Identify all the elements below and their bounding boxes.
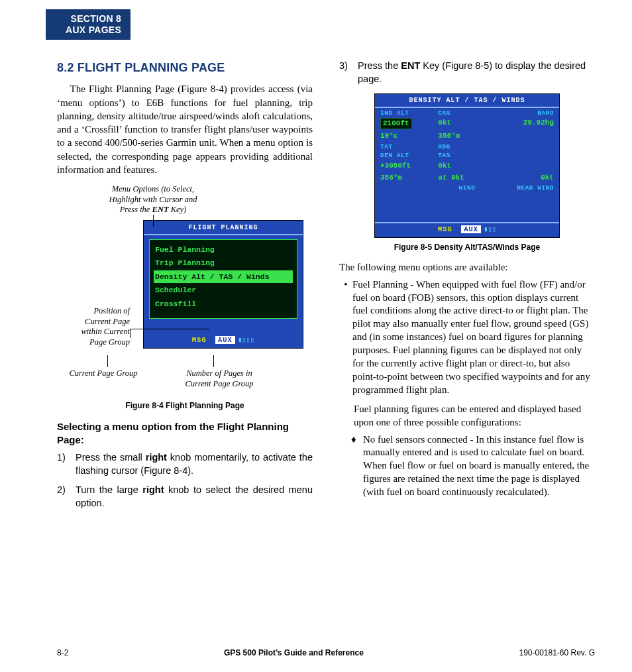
para-following-options: The following menu options are available…: [339, 260, 595, 274]
right-column: 3) Press the ENT Key (Figure 8-5) to dis…: [339, 60, 595, 636]
section-tab: SECTION 8 AUX PAGES: [46, 9, 131, 40]
lead-line: [107, 355, 108, 367]
fig84-statusbar: MSG AUX▮▯▯▯: [144, 335, 303, 346]
fig84-item-crossfill: Crossfill: [154, 298, 293, 311]
fig84-item-trip: Trip Planning: [154, 256, 293, 270]
section-tab-line2: AUX PAGES: [66, 25, 121, 36]
subheading-selecting: Selecting a menu option from the Flight …: [57, 420, 313, 446]
lead-line: [130, 329, 131, 338]
step-3: 3) Press the ENT Key (Figure 8-5) to dis…: [339, 60, 595, 85]
fig85-row1: 2100ft 0kt 29.92hg: [380, 118, 554, 129]
fig85-caption: Figure 8-5 Density Alt/TAS/Winds Page: [339, 242, 595, 252]
steps-list: 1) Press the small right knob momentaril…: [57, 451, 313, 510]
fig85-row3: +3050ft 0kt: [380, 161, 554, 171]
diamond-no-sensors: ♦ No fuel sensors connected - In this in…: [351, 433, 595, 500]
fig84-item-scheduler: Scheduler: [154, 284, 293, 297]
section-heading: 8.2 FLIGHT PLANNING PAGE: [57, 60, 313, 76]
fig85-statusbar: MSG AUX▮▯▯: [375, 222, 559, 235]
fig84-page-bars: ▮▯▯▯: [238, 336, 254, 344]
fig85-hdr3: DEN ALT TAS: [380, 152, 554, 160]
fig85-title: DENSITY ALT / TAS / WINDS: [375, 94, 559, 108]
fig85-row1b: 19°c 356°m: [380, 131, 554, 141]
step-2: 2) Turn the large right knob to select t…: [57, 484, 313, 510]
fig84-caption: Figure 8-4 Flight Planning Page: [57, 400, 313, 411]
figure-8-4-wrap: Menu Options (to Select, Highlight with …: [57, 184, 313, 411]
annot-menu-options: Menu Options (to Select, Highlight with …: [90, 184, 216, 215]
annot-num-pages: Number of Pages in Current Page Group: [170, 368, 269, 389]
options-bullets: • Fuel Planning - When equipped with fue…: [339, 278, 595, 397]
fig85-page-bars: ▮▯▯: [484, 225, 496, 233]
fig85-hdr4: WIND HEAD WIND: [380, 184, 554, 193]
lead-line: [153, 215, 154, 227]
footer-page-number: 8-2: [57, 648, 68, 657]
annot-current-group: Current Page Group: [64, 368, 143, 379]
fig85-msg: MSG: [438, 225, 452, 233]
fig85-row4: 356°m at 0kt 0kt: [380, 173, 554, 183]
fig85-screenshot: DENSITY ALT / TAS / WINDS IND ALT CAS BA…: [374, 93, 560, 238]
footer-revision: 190-00181-60 Rev. G: [519, 648, 595, 657]
fig84-msg: MSG: [192, 336, 207, 344]
step-1: 1) Press the small right knob momentaril…: [57, 451, 313, 477]
fig84-title: FLIGHT PLANNING: [144, 221, 303, 235]
figure-8-5-wrap: DENSITY ALT / TAS / WINDS IND ALT CAS BA…: [374, 93, 560, 238]
fig84-menu: Fuel Planning Trip Planning Density Alt …: [149, 239, 297, 319]
intro-paragraph: The Flight Planning Page (Figure 8-4) pr…: [57, 82, 313, 176]
para-configurations: Fuel planning figures can be entered and…: [354, 402, 595, 429]
footer-title: GPS 500 Pilot’s Guide and Reference: [224, 648, 364, 657]
fig85-aux: AUX: [461, 225, 481, 233]
fig85-hdr1: IND ALT CAS BARO: [380, 109, 554, 118]
fig84-aux: AUX: [215, 336, 235, 344]
config-diamonds: ♦ No fuel sensors connected - In this in…: [351, 433, 595, 500]
page-footer: 8-2 GPS 500 Pilot’s Guide and Reference …: [57, 648, 595, 657]
section-tab-line1: SECTION 8: [66, 13, 121, 25]
fig85-hdr2: TAT HDG: [380, 143, 554, 152]
lead-line: [130, 329, 209, 329]
left-column: 8.2 FLIGHT PLANNING PAGE The Flight Plan…: [57, 60, 313, 636]
lead-line: [213, 355, 214, 367]
fig84-item-fuel: Fuel Planning: [154, 243, 293, 256]
bullet-fuel-planning: • Fuel Planning - When equipped with fue…: [339, 278, 595, 397]
steps-list-right: 3) Press the ENT Key (Figure 8-5) to dis…: [339, 60, 595, 85]
annot-position: Position of Current Page within Current …: [57, 306, 130, 348]
fig84-item-density-selected: Density Alt / TAS / Winds: [154, 270, 293, 284]
